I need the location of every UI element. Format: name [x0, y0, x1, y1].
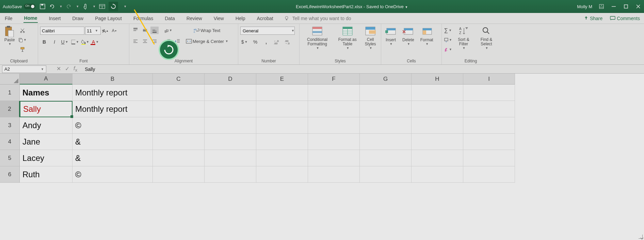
- cell-C2[interactable]: [153, 101, 205, 117]
- tab-page-layout[interactable]: Page Layout: [94, 14, 123, 22]
- column-header-F[interactable]: F: [308, 74, 360, 85]
- cell-A2[interactable]: Sally: [20, 101, 73, 117]
- qat-more-icon[interactable]: ▼: [124, 5, 127, 8]
- comments-button[interactable]: Comments: [610, 16, 640, 21]
- underline-icon[interactable]: U▼: [61, 38, 69, 46]
- cell-I2[interactable]: [463, 101, 515, 117]
- fx-icon[interactable]: fx: [74, 65, 77, 73]
- cell-H1[interactable]: [412, 85, 463, 101]
- cell-E6[interactable]: [256, 166, 308, 183]
- tab-formulas[interactable]: Formulas: [133, 14, 154, 22]
- format-painter-icon[interactable]: [18, 46, 27, 53]
- tab-insert[interactable]: Insert: [48, 14, 61, 22]
- column-header-B[interactable]: B: [73, 74, 153, 85]
- maximize-icon[interactable]: [623, 3, 629, 10]
- cancel-formula-icon[interactable]: ✕: [57, 65, 61, 73]
- column-header-I[interactable]: I: [463, 74, 515, 85]
- fill-icon[interactable]: ▼: [444, 36, 452, 44]
- font-size-select[interactable]: ▼: [85, 27, 101, 35]
- conditional-formatting-button[interactable]: Conditional Formatting▼: [302, 25, 333, 50]
- cell-E2[interactable]: [256, 101, 308, 117]
- row-header-6[interactable]: 6: [0, 166, 20, 183]
- format-cells-button[interactable]: Format▼: [418, 25, 435, 46]
- cell-G2[interactable]: [360, 101, 412, 117]
- tab-review[interactable]: Review: [186, 14, 203, 22]
- minimize-icon[interactable]: [611, 3, 617, 10]
- increase-decimal-icon[interactable]: ←.0.00: [273, 38, 281, 46]
- merge-center-button[interactable]: Merge & Center▼: [186, 38, 228, 45]
- column-header-H[interactable]: H: [412, 74, 463, 85]
- cell-I6[interactable]: [463, 166, 515, 183]
- cell-E4[interactable]: [256, 134, 308, 150]
- cell-H4[interactable]: [412, 134, 463, 150]
- ribbon-options-icon[interactable]: [598, 3, 605, 10]
- row-header-2[interactable]: 2: [0, 101, 20, 117]
- cell-H2[interactable]: [412, 101, 463, 117]
- autosave-toggle[interactable]: On: [24, 4, 35, 9]
- cell-D4[interactable]: [205, 134, 256, 150]
- tab-help[interactable]: Help: [235, 14, 246, 22]
- cell-C1[interactable]: [153, 85, 205, 101]
- user-name[interactable]: Molly M: [577, 4, 592, 9]
- fill-color-icon[interactable]: ▼: [81, 38, 89, 46]
- font-name-select[interactable]: ▼: [40, 27, 84, 35]
- share-button[interactable]: Share: [584, 16, 602, 21]
- cell-C6[interactable]: [153, 166, 205, 183]
- cell-H3[interactable]: [412, 117, 463, 134]
- align-bottom-icon[interactable]: [150, 27, 159, 34]
- cell-H5[interactable]: [412, 150, 463, 166]
- column-header-E[interactable]: E: [256, 74, 308, 85]
- save-status[interactable]: Saved to OneDrive: [366, 4, 404, 9]
- tab-draw[interactable]: Draw: [71, 14, 84, 22]
- cell-G1[interactable]: [360, 85, 412, 101]
- cell-G6[interactable]: [360, 166, 412, 183]
- cell-G3[interactable]: [360, 117, 412, 134]
- cell-B3[interactable]: ©: [73, 117, 153, 134]
- orientation-icon[interactable]: ab▼: [164, 27, 172, 34]
- select-all-corner[interactable]: [0, 74, 20, 85]
- cell-F1[interactable]: [308, 85, 360, 101]
- cell-D1[interactable]: [205, 85, 256, 101]
- cell-B5[interactable]: &: [73, 150, 153, 166]
- cell-A3[interactable]: Andy: [20, 117, 73, 134]
- tab-data[interactable]: Data: [164, 14, 176, 22]
- cell-E5[interactable]: [256, 150, 308, 166]
- sort-filter-button[interactable]: AZSort & Filter▼: [453, 25, 474, 50]
- tab-view[interactable]: View: [213, 14, 225, 22]
- cell-C3[interactable]: [153, 117, 205, 134]
- find-select-button[interactable]: Find & Select▼: [475, 25, 498, 50]
- tab-file[interactable]: File: [4, 14, 13, 22]
- cut-icon[interactable]: [18, 27, 27, 34]
- cell-I5[interactable]: [463, 150, 515, 166]
- comma-icon[interactable]: ,: [262, 38, 270, 46]
- cell-styles-button[interactable]: Cell Styles▼: [362, 25, 379, 50]
- column-header-D[interactable]: D: [205, 74, 256, 85]
- delete-cells-button[interactable]: Delete▼: [400, 25, 416, 46]
- font-size-input[interactable]: [85, 28, 94, 33]
- touch-icon[interactable]: [82, 3, 88, 10]
- increase-font-icon[interactable]: A▲: [101, 27, 110, 34]
- cell-D2[interactable]: [205, 101, 256, 117]
- number-format-select[interactable]: General▼: [240, 27, 295, 35]
- cell-C4[interactable]: [153, 134, 205, 150]
- enter-formula-icon[interactable]: ✓: [65, 65, 69, 73]
- decrease-decimal-icon[interactable]: .00→.0: [284, 38, 292, 46]
- percent-icon[interactable]: %: [251, 38, 259, 46]
- accounting-icon[interactable]: $▼: [240, 38, 248, 46]
- cell-A5[interactable]: Lacey: [20, 150, 73, 166]
- align-center-icon[interactable]: [141, 38, 149, 45]
- column-header-C[interactable]: C: [153, 74, 205, 85]
- cell-H6[interactable]: [412, 166, 463, 183]
- align-left-icon[interactable]: [131, 38, 140, 45]
- close-icon[interactable]: [635, 3, 641, 10]
- repeat-icon[interactable]: [109, 2, 118, 11]
- wrap-text-button[interactable]: abcWrap Text: [186, 27, 228, 34]
- cell-F5[interactable]: [308, 150, 360, 166]
- form-icon[interactable]: [99, 3, 105, 10]
- autosave[interactable]: AutoSave On: [3, 4, 35, 9]
- cell-B4[interactable]: &: [73, 134, 153, 150]
- row-header-5[interactable]: 5: [0, 150, 20, 166]
- undo-icon[interactable]: [49, 3, 55, 10]
- cell-F3[interactable]: [308, 117, 360, 134]
- format-as-table-button[interactable]: Format as Table▼: [336, 25, 359, 50]
